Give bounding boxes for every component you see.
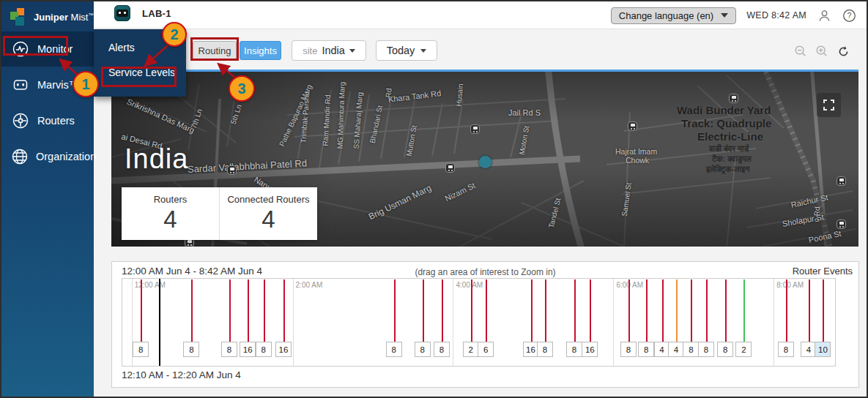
change-language-label: Change language (en) <box>619 10 713 21</box>
sidebar-item-organization[interactable]: Organization <box>1 144 94 168</box>
date-range-selector[interactable]: Today <box>376 40 437 61</box>
sidebar-nav: Juniper Mist™ Monitor Marvis™ Routers Or… <box>1 1 94 397</box>
event-line <box>590 279 591 342</box>
transit-station-icon <box>628 121 637 131</box>
time-tick-label: 8:00 AM <box>776 281 804 289</box>
zoom-out-icon[interactable] <box>793 44 808 59</box>
brand-logo[interactable]: Juniper Mist™ <box>1 1 94 31</box>
selection-marker[interactable] <box>159 279 160 366</box>
annotation-step-3: 3 <box>229 75 255 102</box>
site-marker-dot[interactable] <box>479 156 492 168</box>
event-count-badge[interactable]: 10 <box>815 342 831 357</box>
site-value-label: India <box>322 45 344 56</box>
change-language-button[interactable]: Change language (en) <box>611 7 736 24</box>
event-line <box>646 279 648 342</box>
event-line <box>141 279 142 342</box>
event-line <box>725 279 727 342</box>
event-count-badge[interactable]: 8 <box>717 342 733 357</box>
transit-station-icon <box>837 219 846 229</box>
transit-station-icon <box>227 165 237 175</box>
event-count-badge[interactable]: 8 <box>778 342 794 357</box>
site-map[interactable]: Srikrishna Das Margai Desai Rd7th Ln5th … <box>111 70 858 247</box>
event-count-badge[interactable]: 8 <box>386 342 402 357</box>
event-line <box>442 279 443 342</box>
event-count-badge[interactable]: 8 <box>638 342 654 357</box>
map-road-label: Jail Rd S <box>508 108 541 117</box>
event-line <box>823 279 824 342</box>
event-count-badge[interactable]: 8 <box>133 342 149 357</box>
help-icon[interactable]: ? <box>842 8 856 23</box>
map-road-label: Track: Quadruple <box>681 117 771 129</box>
router-events-panel: 12:00 AM Jun 4 - 8:42 AM Jun 4 (drag an … <box>111 261 859 388</box>
time-gridline <box>774 279 774 366</box>
event-line <box>809 279 810 342</box>
marvis-robot-icon <box>11 75 30 94</box>
event-count-badge[interactable]: 8 <box>683 342 699 357</box>
event-count-badge[interactable]: 2 <box>463 342 479 357</box>
transit-station-icon <box>837 176 846 186</box>
map-region-title: India <box>125 143 188 175</box>
transit-station-icon <box>470 124 480 134</box>
annotation-step-2: 2 <box>162 22 187 47</box>
zoom-in-icon[interactable] <box>815 44 829 59</box>
routers-stat: Routers 4 <box>122 187 219 240</box>
chevron-down-icon <box>420 49 426 53</box>
event-count-badge[interactable]: 16 <box>582 342 598 357</box>
event-count-badge[interactable]: 4 <box>668 342 684 357</box>
event-line <box>264 279 265 342</box>
event-count-badge[interactable]: 16 <box>275 342 292 357</box>
event-line <box>229 279 231 342</box>
time-gridline <box>613 279 614 366</box>
user-account-icon[interactable] <box>817 8 831 23</box>
refresh-icon[interactable] <box>836 44 850 59</box>
clock-label: WED 8:42 AM <box>746 10 806 20</box>
sidebar-item-label: Organization <box>36 151 96 162</box>
router-events-label: Router Events <box>793 266 853 277</box>
event-line <box>394 279 396 342</box>
time-tick-label: 12:00 AM <box>135 281 166 289</box>
event-count-badge[interactable]: 8 <box>537 342 553 357</box>
event-line <box>545 279 546 342</box>
map-road-label: इलेक्ट्रिक-लाइन <box>706 165 749 174</box>
insights-tab-button[interactable]: Insights <box>240 41 281 60</box>
sidebar-item-label: Routers <box>37 115 75 127</box>
event-count-badge[interactable]: 8 <box>566 342 582 357</box>
selection-interval-label: 12:10 AM - 12:20 AM Jun 4 <box>122 369 241 380</box>
time-tick-label: 4:00 AM <box>456 281 483 289</box>
time-gridline <box>453 279 453 366</box>
transit-station-icon <box>729 94 738 103</box>
org-label: LAB-1 <box>142 8 171 19</box>
event-count-badge[interactable]: 8 <box>434 342 450 357</box>
event-count-badge[interactable]: 8 <box>221 342 237 357</box>
fullscreen-icon[interactable] <box>817 93 841 117</box>
event-line <box>743 279 745 342</box>
event-line <box>423 279 424 342</box>
svg-text:?: ? <box>847 12 851 20</box>
event-count-badge[interactable]: 16 <box>240 342 256 357</box>
router-events-plot[interactable]: 12:00 AM2:00 AM4:00 AM6:00 AM8:00 AM8881… <box>122 278 836 367</box>
sidebar-item-routers[interactable]: Routers <box>1 108 94 132</box>
marvis-avatar-icon <box>114 5 130 21</box>
event-line <box>471 279 472 342</box>
event-count-badge[interactable]: 8 <box>698 342 714 357</box>
event-count-badge[interactable]: 8 <box>256 342 272 357</box>
site-selector[interactable]: site India <box>292 40 366 61</box>
annotation-box-service-levels <box>101 67 177 87</box>
drag-hint-label: (drag an area of interest to Zoom in) <box>112 267 858 277</box>
map-road-label: o Rd <box>812 206 822 222</box>
event-count-badge[interactable]: 8 <box>415 342 431 357</box>
juniper-logo-icon <box>10 8 28 26</box>
org-chip[interactable]: LAB-1 <box>114 5 171 21</box>
globe-icon <box>11 147 29 166</box>
event-count-badge[interactable]: 2 <box>735 342 752 357</box>
event-count-badge[interactable]: 8 <box>620 342 637 357</box>
chevron-down-icon <box>721 13 728 18</box>
top-header: LAB-1 Change language (en) WED 8:42 AM ? <box>94 1 867 29</box>
event-line <box>662 279 664 342</box>
event-count-badge[interactable]: 8 <box>183 342 199 357</box>
router-icon <box>11 111 30 130</box>
event-count-badge[interactable]: 6 <box>478 342 494 357</box>
event-line <box>486 279 487 342</box>
map-road-label: Electric-Line <box>697 130 763 143</box>
annotation-box-routing <box>190 37 239 61</box>
